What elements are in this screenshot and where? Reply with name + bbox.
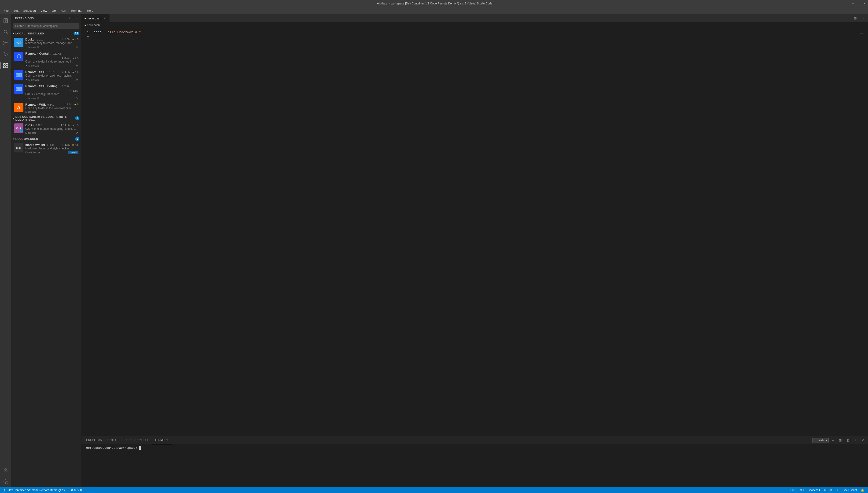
- title-bar: hello.bash - workspace [Dev Container: V…: [0, 0, 868, 7]
- cpp-info: C/C++ 0.28.2 ⬇ 11.8M ★ 3.5 C/C++ Intelli…: [25, 124, 79, 135]
- tab-debug-console[interactable]: DEBUG CONSOLE: [122, 436, 152, 444]
- remote-containers-publisher: ✓ Microsoft: [25, 64, 39, 67]
- line-content-1: echo "Hello Underworld!": [93, 30, 868, 35]
- sidebar-extensions: Extensions ≡ ··· ▾ LOCAL - INSTALLED 18 …: [11, 14, 82, 487]
- debug-icon[interactable]: [0, 49, 11, 60]
- search-icon[interactable]: [0, 26, 11, 38]
- status-right: Ln 1, Col 1 Spaces: 4 UTF-8 LF Shell Scr…: [788, 487, 866, 493]
- tab-close-button[interactable]: ✕: [103, 16, 107, 20]
- cpp-rating: ★ 3.5: [72, 124, 79, 127]
- menu-edit[interactable]: Edit: [12, 8, 20, 13]
- remote-ssh-settings-button[interactable]: ⚙: [75, 78, 79, 82]
- extension-remote-wsl[interactable]: A Remote - WSL 0.44.2 ⬇ 2.6M ★ 5 Open an…: [12, 102, 80, 114]
- svg-rect-12: [3, 66, 5, 68]
- filter-extensions-button[interactable]: ≡: [67, 16, 72, 21]
- close-panel-button[interactable]: ✕: [860, 437, 866, 444]
- remote-ssh-downloads: ⬇ 1.3M: [62, 70, 70, 73]
- add-terminal-button[interactable]: +: [830, 437, 836, 444]
- remote-ssh-icon: ⌨: [14, 70, 23, 80]
- more-actions-button[interactable]: ···: [73, 16, 78, 21]
- panel-tabs: PROBLEMS OUTPUT DEBUG CONSOLE TERMINAL 1…: [82, 436, 868, 444]
- status-eol[interactable]: LF: [834, 487, 841, 493]
- menu-run[interactable]: Run: [59, 8, 68, 13]
- status-ln-col[interactable]: Ln 1, Col 1: [788, 487, 806, 493]
- panel-tab-actions: 1: bash + ⊟ 🗑 ∧ ✕: [812, 437, 866, 444]
- warning-count: 0: [80, 489, 82, 492]
- menu-go[interactable]: Go: [50, 8, 58, 13]
- breadcrumb-filename: hello.bash: [87, 23, 100, 27]
- remote-wsl-version: 0.44.2: [47, 103, 55, 106]
- remote-containers-settings-button[interactable]: ⚙: [75, 64, 79, 67]
- line-content-2: [93, 35, 868, 40]
- section-dev-container[interactable]: ▾ DEV CONTAINER: VS CODE REMOTE DEMO @ S…: [11, 114, 81, 122]
- tab-terminal[interactable]: TERMINAL: [152, 436, 172, 444]
- settings-icon[interactable]: [0, 476, 11, 487]
- markdownlint-icon: Md↓: [14, 143, 23, 152]
- docker-downloads: ⬇ 4.6M: [62, 38, 70, 41]
- status-notifications[interactable]: 🔔: [859, 487, 866, 493]
- kill-terminal-button[interactable]: 🗑: [845, 437, 851, 444]
- split-editor-button[interactable]: ⊟: [852, 15, 859, 22]
- remote-ssh-info: Remote - SSH 0.51.0 ⬇ 1.3M ★ 4.5 Open an…: [25, 70, 79, 82]
- remote-wsl-info: Remote - WSL 0.44.2 ⬇ 2.6M ★ 5 Open any …: [25, 103, 79, 113]
- close-button[interactable]: ✕: [862, 2, 866, 5]
- remote-ssh-editing-settings-button[interactable]: ⚙: [75, 96, 79, 100]
- cpp-icon: C++: [14, 124, 23, 133]
- docker-publisher: ✓ Microsoft: [25, 45, 39, 49]
- svg-rect-10: [3, 63, 5, 65]
- status-errors[interactable]: ✕ 0 ⚠ 0: [69, 487, 83, 493]
- remote-wsl-name: Remote - WSL: [25, 103, 46, 106]
- svg-rect-11: [6, 63, 8, 65]
- split-terminal-button[interactable]: ⊟: [837, 437, 844, 444]
- menu-help[interactable]: Help: [85, 8, 95, 13]
- status-spaces[interactable]: Spaces: 4: [806, 487, 822, 493]
- docker-info: Docker 1.2.1 ⬇ 4.6M ★ 4.5 Makes it easy …: [25, 38, 79, 49]
- minimize-button[interactable]: ─: [851, 2, 855, 5]
- menu-file[interactable]: File: [2, 8, 10, 13]
- section-recommended[interactable]: ▾ RECOMMENDED 1: [11, 136, 81, 142]
- extension-markdownlint[interactable]: Md↓ markdownlint 0.36.0 ⬇ 1.7M ★ 4.5 Mar…: [12, 142, 80, 156]
- markdownlint-install-button[interactable]: Install: [68, 151, 79, 154]
- section-local-installed[interactable]: ▾ LOCAL - INSTALLED 18: [11, 31, 81, 36]
- status-encoding[interactable]: UTF-8: [822, 487, 834, 493]
- chevron-recommended: ▾: [13, 138, 15, 140]
- tab-hello-bash[interactable]: ● hello.bash ✕: [82, 14, 110, 22]
- remote-ssh-editing-publisher: ✓ Microsoft: [25, 97, 39, 100]
- title-bar-controls: ─ □ ✕: [851, 2, 866, 5]
- tab-problems[interactable]: PROBLEMS: [83, 436, 105, 444]
- terminal-selector[interactable]: 1: bash: [812, 438, 829, 443]
- docker-settings-button[interactable]: ⚙: [75, 45, 79, 49]
- status-remote[interactable]: ⟨⟩ Dev Container: VS Code Remote Demo @ …: [2, 487, 69, 493]
- maximize-button[interactable]: □: [857, 2, 861, 5]
- docker-rating: ★ 4.5: [72, 38, 79, 41]
- cpp-downloads: ⬇ 11.8M: [60, 124, 70, 127]
- menu-terminal[interactable]: Terminal: [69, 8, 84, 13]
- remote-containers-name: Remote - Contai...: [25, 52, 51, 55]
- maximize-panel-button[interactable]: ∧: [852, 437, 859, 444]
- explorer-icon[interactable]: [0, 15, 11, 26]
- extension-docker[interactable]: 🐳 Docker 1.2.1 ⬇ 4.6M ★ 4.5 Makes it eas…: [12, 36, 80, 50]
- extension-remote-ssh-editing[interactable]: ⌨ Remote - SSH: Editing... 0.51.0 ⬇ 1.3M…: [12, 83, 80, 102]
- spaces-text: Spaces: 4: [808, 489, 820, 492]
- bash-file-icon: ●: [84, 17, 86, 20]
- source-control-icon[interactable]: [0, 38, 11, 49]
- recommended-badge: 1: [75, 137, 80, 141]
- sidebar-header: Extensions ≡ ···: [11, 14, 81, 22]
- menu-selection[interactable]: Selection: [21, 8, 38, 13]
- extension-remote-ssh[interactable]: ⌨ Remote - SSH 0.51.0 ⬇ 1.3M ★ 4.5 Open …: [12, 69, 80, 83]
- remote-ssh-version: 0.51.0: [47, 71, 54, 73]
- extension-remote-containers[interactable]: ⬡ Remote - Contai... 0.117.1 ⬇ 824K ★ 4.…: [12, 50, 80, 69]
- tab-output[interactable]: OUTPUT: [105, 436, 122, 444]
- code-echo-keyword: echo: [94, 30, 104, 34]
- status-language[interactable]: Shell Script: [841, 487, 859, 493]
- accounts-icon[interactable]: [0, 465, 11, 476]
- extensions-icon[interactable]: [0, 60, 11, 71]
- menu-view[interactable]: View: [39, 8, 49, 13]
- more-actions-editor-button[interactable]: ···: [860, 15, 866, 22]
- code-editor[interactable]: 1 echo "Hello Underworld!" 2: [82, 28, 868, 436]
- chevron-dev-container: ▾: [13, 117, 15, 120]
- cpp-settings-button[interactable]: ⚙: [75, 131, 79, 135]
- extension-cpp[interactable]: C++ C/C++ 0.28.2 ⬇ 11.8M ★ 3.5 C/C++: [12, 122, 80, 136]
- terminal-content[interactable]: root@ab590e9ca4e2:/workspace#: [82, 444, 868, 487]
- search-extensions-input[interactable]: [13, 23, 80, 29]
